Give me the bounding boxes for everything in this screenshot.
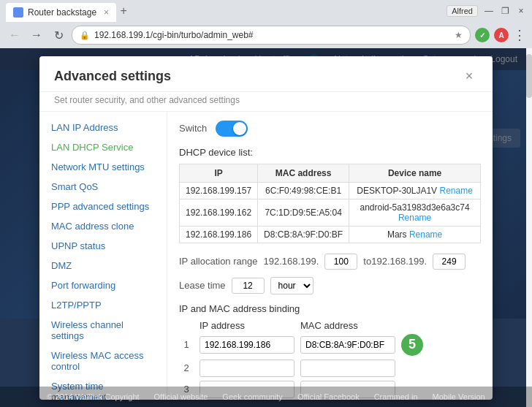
settings-sidebar: LAN IP Address LAN DHCP Service Network …	[39, 112, 167, 400]
browser-tab[interactable]: Router backstage ×	[6, 3, 116, 22]
modal-subtitle: Set router security, and other advanced …	[39, 92, 493, 112]
binding-row-1: 1 5	[179, 334, 481, 356]
tab-title: Router backstage	[28, 7, 96, 18]
rename-link-3[interactable]: Rename	[409, 229, 442, 240]
dhcp-device-1: DESKTOP-30LJA1V Rename	[349, 182, 481, 199]
back-button[interactable]: ←	[6, 26, 23, 44]
dhcp-col-mac: MAC address	[258, 164, 349, 182]
ip-range-row: IP allocation range 192.168.199. to192.1…	[179, 254, 481, 270]
sidebar-item-dmz[interactable]: DMZ	[39, 256, 167, 275]
footer: © 2014 Walllink Copyright Official websi…	[0, 387, 532, 407]
binding-col-mac-header: MAC address	[300, 320, 395, 331]
dhcp-device-3: Mars Rename	[349, 226, 481, 243]
sidebar-item-mtu[interactable]: Network MTU settings	[39, 157, 167, 177]
sidebar-item-qos[interactable]: Smart QoS	[39, 177, 167, 197]
sidebar-item-ppp[interactable]: PPP advanced settings	[39, 197, 167, 216]
binding-header: IP address MAC address	[179, 320, 481, 331]
lease-unit-select[interactable]: hour day	[270, 277, 314, 294]
footer-link-facebook[interactable]: Official Facebook	[297, 392, 360, 401]
dhcp-col-device: Device name	[349, 164, 481, 182]
modal-close-button[interactable]: ×	[460, 68, 478, 85]
binding-title: IP and MAC address binding	[179, 303, 481, 314]
close-button[interactable]: ×	[516, 6, 526, 16]
binding-col-num	[179, 320, 194, 331]
settings-content: Switch DHCP device list: IP MAC address	[167, 112, 493, 400]
ip-prefix-start: 192.168.199.	[263, 256, 319, 267]
footer-link-crammedin[interactable]: Crammed in	[374, 392, 418, 401]
dhcp-mac-3: D8:CB:8A:9F:D0:BF	[258, 226, 349, 243]
address-bar[interactable]: 🔒 192.168.199.1/cgi-bin/turbo/admin_web#…	[72, 26, 471, 45]
binding-num-1: 1	[179, 339, 194, 350]
extension-icon-green[interactable]: ✓	[475, 28, 490, 42]
binding-section: IP and MAC address binding IP address MA…	[179, 303, 481, 400]
sidebar-item-upnp[interactable]: UPNP status	[39, 236, 167, 256]
ip-to-text: to192.168.199.	[363, 256, 427, 267]
lock-icon: 🔒	[80, 31, 90, 40]
switch-label: Switch	[179, 123, 207, 134]
rename-link-2[interactable]: Rename	[398, 213, 431, 223]
sidebar-item-port-forwarding[interactable]: Port forwarding	[39, 275, 167, 295]
ip-end-input[interactable]	[433, 254, 466, 270]
lease-time-row: Lease time hour day	[179, 277, 481, 294]
refresh-button[interactable]: ↻	[50, 26, 67, 44]
sidebar-item-mac-clone[interactable]: MAC address clone	[39, 216, 167, 236]
binding-col-ip-header: IP address	[200, 320, 294, 331]
footer-link-geek[interactable]: Geek community	[222, 392, 283, 401]
binding-num-2: 2	[179, 362, 194, 373]
sidebar-item-wireless-channel[interactable]: Wireless channel settings	[39, 315, 167, 346]
dhcp-col-ip: IP	[180, 164, 258, 182]
rename-link-1[interactable]: Rename	[439, 186, 472, 196]
dhcp-row-2: 192.168.199.162 7C:1D:D9:5E:A5:04 androi…	[180, 199, 481, 226]
modal-title: Advanced settings	[54, 69, 171, 84]
restore-button[interactable]: ❐	[500, 6, 510, 16]
dhcp-mac-1: 6C:F0:49:98:CE:B1	[258, 182, 349, 199]
sidebar-item-lan-ip[interactable]: LAN IP Address	[39, 118, 167, 137]
dhcp-device-2: android-5a31983d3e6a3c74 Rename	[349, 199, 481, 226]
advanced-settings-modal: Advanced settings × Set router security,…	[39, 56, 493, 400]
dhcp-mac-2: 7C:1D:D9:5E:A5:04	[258, 199, 349, 226]
binding-ip-1[interactable]	[200, 336, 294, 354]
binding-mac-2[interactable]	[300, 360, 395, 377]
ip-range-label: IP allocation range	[179, 256, 257, 267]
lease-label: Lease time	[179, 280, 226, 291]
dhcp-ip-3: 192.168.199.186	[180, 226, 258, 243]
footer-link-website[interactable]: Official website	[154, 392, 208, 401]
footer-copyright: © 2014 Walllink Copyright	[47, 392, 139, 401]
binding-mac-1[interactable]	[300, 336, 395, 354]
lease-value-input[interactable]	[232, 278, 265, 294]
add-binding-button[interactable]: 5	[401, 334, 423, 356]
ip-start-input[interactable]	[324, 254, 357, 270]
toggle-knob	[233, 122, 246, 135]
new-tab-button[interactable]: +	[116, 4, 131, 18]
sidebar-item-l2tp[interactable]: L2TP/PPTP	[39, 295, 167, 315]
modal-overlay: Advanced settings × Set router security,…	[0, 48, 532, 407]
dhcp-toggle[interactable]	[216, 121, 248, 137]
binding-row-2: 2	[179, 360, 481, 377]
footer-link-mobile[interactable]: Mobile Version	[433, 392, 485, 401]
browser-menu-button[interactable]: ⋮	[513, 27, 526, 43]
tab-favicon	[13, 7, 23, 18]
sidebar-item-wireless-mac[interactable]: Wireless MAC access control	[39, 346, 167, 376]
forward-button[interactable]: →	[28, 26, 45, 44]
tab-close-btn[interactable]: ×	[104, 7, 109, 18]
dhcp-table: IP MAC address Device name 192.168.199.1…	[179, 164, 481, 243]
extension-icon-red[interactable]: A	[494, 28, 509, 42]
dhcp-ip-1: 192.168.199.157	[180, 182, 258, 199]
minimize-button[interactable]: —	[484, 6, 494, 16]
dhcp-ip-2: 192.168.199.162	[180, 199, 258, 226]
address-text: 192.168.199.1/cgi-bin/turbo/admin_web#	[94, 30, 450, 40]
dhcp-row-3: 192.168.199.186 D8:CB:8A:9F:D0:BF Mars R…	[180, 226, 481, 243]
dhcp-section-title: DHCP device list:	[179, 147, 481, 158]
bookmark-icon[interactable]: ★	[455, 30, 463, 40]
binding-ip-2[interactable]	[200, 360, 294, 377]
sidebar-item-dhcp[interactable]: LAN DHCP Service	[39, 137, 167, 157]
dhcp-row-1: 192.168.199.157 6C:F0:49:98:CE:B1 DESKTO…	[180, 182, 481, 199]
alfred-badge: Alfred	[446, 5, 478, 17]
